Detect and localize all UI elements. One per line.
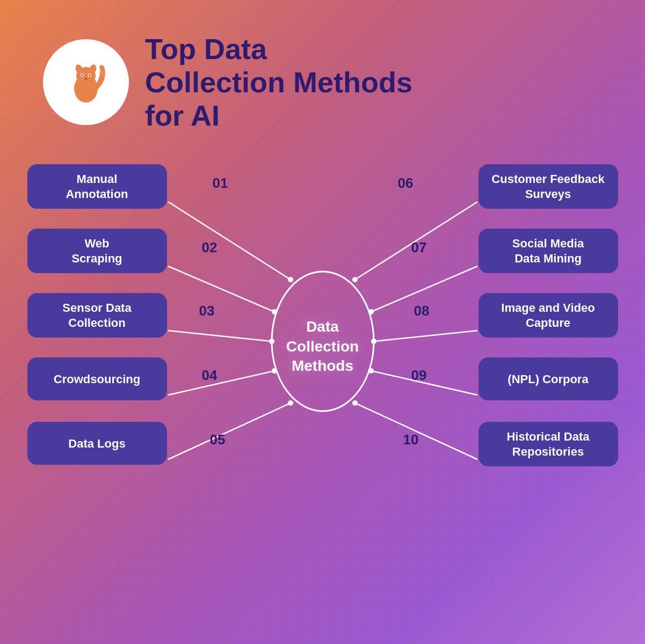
number-10: 10 bbox=[403, 431, 419, 448]
number-05: 05 bbox=[210, 431, 226, 448]
svg-point-29 bbox=[352, 400, 358, 406]
number-04: 04 bbox=[202, 367, 218, 384]
svg-line-10 bbox=[168, 202, 291, 280]
diagram-inner: DataCollectionMethods ManualAnnotation W… bbox=[27, 159, 618, 535]
svg-line-24 bbox=[374, 331, 477, 341]
svg-point-19 bbox=[288, 400, 293, 406]
svg-point-11 bbox=[288, 277, 293, 282]
svg-line-14 bbox=[168, 331, 272, 341]
svg-line-16 bbox=[168, 371, 274, 395]
number-01: 01 bbox=[213, 175, 228, 192]
number-07: 07 bbox=[411, 239, 427, 256]
svg-line-12 bbox=[168, 266, 274, 312]
logo-icon bbox=[59, 55, 113, 109]
svg-point-13 bbox=[272, 309, 277, 314]
number-09: 09 bbox=[411, 367, 427, 384]
svg-point-7 bbox=[89, 75, 91, 76]
header: Top Data Collection Methods for AI bbox=[0, 32, 414, 132]
svg-point-5 bbox=[82, 75, 83, 76]
svg-line-18 bbox=[168, 403, 291, 459]
svg-point-21 bbox=[352, 277, 358, 282]
diagram-area: DataCollectionMethods ManualAnnotation W… bbox=[0, 159, 645, 644]
logo-circle bbox=[43, 39, 129, 125]
number-08: 08 bbox=[414, 303, 430, 319]
svg-point-17 bbox=[272, 368, 277, 374]
svg-point-27 bbox=[368, 368, 374, 374]
number-02: 02 bbox=[202, 239, 218, 256]
app-container: Top Data Collection Methods for AI bbox=[0, 0, 645, 644]
number-06: 06 bbox=[398, 175, 414, 192]
svg-point-15 bbox=[269, 339, 274, 344]
page-title: Top Data Collection Methods for AI bbox=[145, 32, 414, 132]
svg-point-25 bbox=[371, 339, 376, 344]
number-03: 03 bbox=[199, 303, 215, 319]
center-label: DataCollectionMethods bbox=[286, 318, 359, 376]
svg-point-8 bbox=[84, 78, 88, 80]
svg-point-23 bbox=[368, 309, 374, 314]
